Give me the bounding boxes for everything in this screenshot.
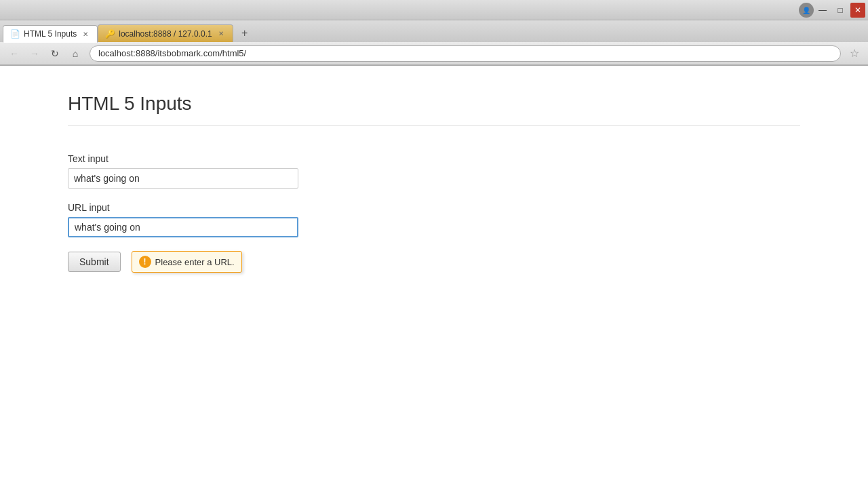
tab2-label: localhost:8888 / 127.0.0.1: [119, 29, 212, 39]
bookmark-button[interactable]: ☆: [846, 45, 863, 62]
url-input-section: URL input: [68, 202, 800, 237]
reload-button[interactable]: ↻: [46, 45, 64, 62]
tab-localhost[interactable]: 🔑 localhost:8888 / 127.0.0.1 ✕: [98, 24, 233, 42]
title-bar: 👤 — □ ✕: [0, 0, 868, 20]
forward-button[interactable]: →: [26, 45, 43, 62]
text-input-label: Text input: [68, 153, 800, 164]
url-input[interactable]: [68, 217, 298, 237]
submit-area: Submit ! Please enter a URL.: [68, 251, 800, 273]
page-title: HTML 5 Inputs: [68, 93, 800, 115]
maximize-button[interactable]: □: [833, 3, 848, 18]
address-bar[interactable]: [90, 45, 841, 62]
new-tab-button[interactable]: +: [236, 24, 254, 42]
close-button[interactable]: ✕: [850, 3, 865, 18]
text-input-section: Text input: [68, 153, 800, 189]
tab2-close[interactable]: ✕: [216, 29, 226, 39]
nav-bar: ← → ↻ ⌂ ☆: [0, 42, 868, 65]
minimize-button[interactable]: —: [815, 3, 830, 18]
tab1-label: HTML 5 Inputs: [24, 29, 77, 39]
tab1-favicon: 📄: [10, 29, 20, 39]
tab2-favicon: 🔑: [105, 29, 115, 39]
user-icon[interactable]: 👤: [799, 3, 814, 18]
browser-chrome: 👤 — □ ✕ 📄 HTML 5 Inputs ✕ 🔑 localhost:88…: [0, 0, 868, 66]
page-content: HTML 5 Inputs Text input URL input Submi…: [0, 66, 868, 487]
tab1-close[interactable]: ✕: [81, 29, 90, 39]
window-controls: — □ ✕: [815, 3, 865, 18]
home-button[interactable]: ⌂: [66, 45, 84, 62]
validation-message: Please enter a URL.: [155, 257, 235, 267]
section-divider: [68, 125, 800, 126]
validation-tooltip: ! Please enter a URL.: [132, 251, 242, 273]
tab-bar: 📄 HTML 5 Inputs ✕ 🔑 localhost:8888 / 127…: [0, 20, 868, 42]
validation-icon: !: [139, 256, 151, 268]
submit-button[interactable]: Submit: [68, 252, 121, 272]
tab-html5-inputs[interactable]: 📄 HTML 5 Inputs ✕: [3, 25, 98, 43]
text-input[interactable]: [68, 168, 298, 189]
back-button[interactable]: ←: [5, 45, 23, 62]
url-input-label: URL input: [68, 202, 800, 213]
